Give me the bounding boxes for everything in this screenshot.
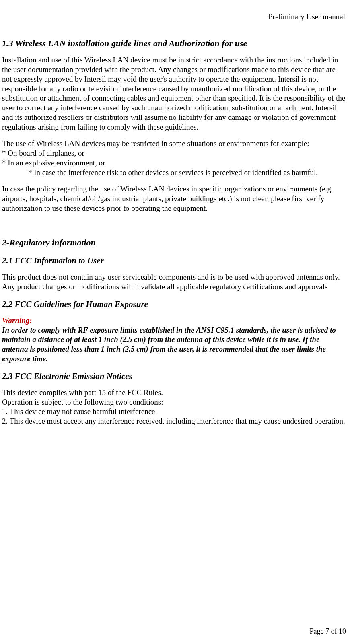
bullet-airplanes: * On board of airplanes, or — [2, 148, 346, 158]
para-2-3-l4: 2. This device must accept any interfere… — [2, 416, 346, 426]
document-header: Preliminary User manual — [2, 12, 346, 22]
page: Preliminary User manual 1.3 Wireless LAN… — [0, 0, 348, 644]
heading-2: 2-Regulatory information — [2, 237, 346, 248]
para-2-3-l2: Operation is subject to the following tw… — [2, 397, 346, 407]
bullet-explosive: * In an explosive environment, or — [2, 158, 346, 168]
para-1-3-policy: In case the policy regarding the use of … — [2, 184, 346, 213]
para-2-3-l3: 1. This device may not cause harmful int… — [2, 407, 346, 416]
header-title: Preliminary User manual — [268, 12, 345, 21]
warning-body: In order to comply with RF exposure limi… — [2, 325, 346, 364]
heading-2-3: 2.3 FCC Electronic Emission Notices — [2, 371, 346, 381]
heading-2-2: 2.2 FCC Guidelines for Human Exposure — [2, 299, 346, 309]
para-1-3-main: Installation and use of this Wireless LA… — [2, 55, 346, 132]
page-footer: Page 7 of 10 — [310, 627, 346, 636]
heading-1-3: 1.3 Wireless LAN installation guide line… — [2, 38, 346, 49]
para-2-3-l1: This device complies with part 15 of the… — [2, 388, 346, 397]
warning-label: Warning: — [2, 316, 346, 325]
bullet-interference: * In case the interference risk to other… — [28, 168, 346, 177]
para-2-1: This product does not contain any user s… — [2, 272, 346, 292]
page-number: Page 7 of 10 — [310, 627, 346, 635]
heading-2-1: 2.1 FCC Information to User — [2, 255, 346, 266]
para-1-3-restrict-intro: The use of Wireless LAN devices may be r… — [2, 139, 346, 148]
